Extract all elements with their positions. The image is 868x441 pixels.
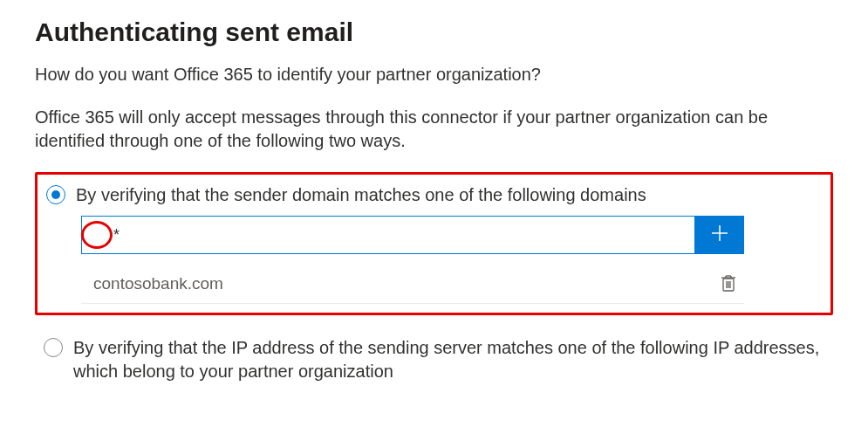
- option-by-ip-label: By verifying that the IP address of the …: [73, 336, 824, 383]
- option-by-domain-label: By verifying that the sender domain matc…: [76, 183, 646, 207]
- option-by-domain: By verifying that the sender domain matc…: [35, 172, 833, 315]
- add-domain-button[interactable]: [695, 216, 744, 254]
- page-description: Office 365 will only accept messages thr…: [35, 106, 833, 153]
- domain-input[interactable]: [81, 216, 695, 254]
- radio-by-ip[interactable]: [44, 338, 63, 357]
- plus-icon: [710, 224, 729, 246]
- trash-icon: [720, 278, 737, 296]
- radio-by-domain[interactable]: [46, 185, 65, 204]
- option-by-ip: By verifying that the IP address of the …: [35, 327, 833, 392]
- delete-domain-button[interactable]: [720, 273, 741, 294]
- page-title: Authenticating sent email: [35, 17, 833, 47]
- domain-name: contosobank.com: [93, 274, 223, 293]
- domain-list-item: contosobank.com: [81, 266, 744, 303]
- auth-options: By verifying that the sender domain matc…: [35, 172, 833, 392]
- page-subtitle: How do you want Office 365 to identify y…: [35, 63, 833, 86]
